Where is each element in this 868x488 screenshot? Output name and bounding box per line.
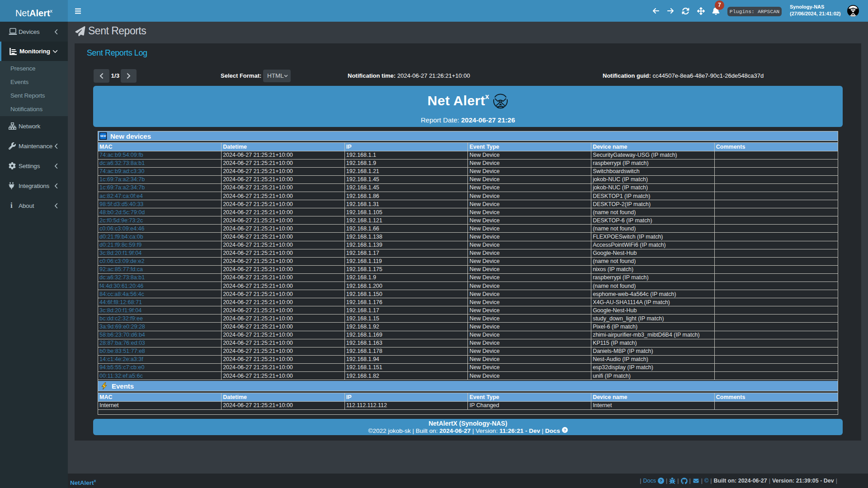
- svg-text:?: ?: [563, 427, 566, 432]
- svg-text:?: ?: [660, 478, 662, 483]
- svg-text:NEW: NEW: [100, 135, 106, 137]
